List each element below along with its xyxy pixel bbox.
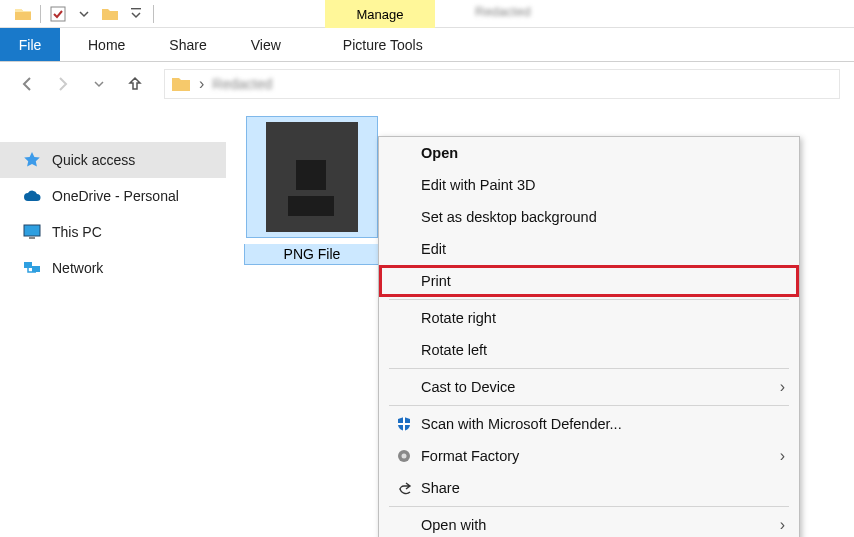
separator (40, 5, 41, 23)
network-icon (22, 259, 42, 277)
forward-button[interactable] (50, 71, 76, 97)
sidebar-item-label: Network (52, 260, 103, 276)
file-item[interactable]: PNG File (244, 116, 380, 265)
shield-icon (393, 416, 415, 432)
menu-item-open-with[interactable]: Open with › (379, 509, 799, 537)
svg-rect-5 (32, 266, 40, 272)
dropdown-icon[interactable] (75, 5, 93, 23)
sidebar-item-label: OneDrive - Personal (52, 188, 179, 204)
titlebar: Manage Redacted (0, 0, 854, 28)
properties-check-icon[interactable] (49, 5, 67, 23)
recent-dropdown-icon[interactable] (86, 71, 112, 97)
file-thumbnail[interactable] (246, 116, 378, 238)
file-name-label[interactable]: PNG File (244, 244, 380, 265)
tab-share[interactable]: Share (153, 28, 222, 61)
separator (389, 506, 789, 507)
tab-view[interactable]: View (235, 28, 297, 61)
navigation-pane: Quick access OneDrive - Personal This PC… (0, 106, 226, 537)
svg-rect-0 (51, 7, 65, 21)
quick-access-toolbar (0, 5, 154, 23)
menu-item-rotate-left[interactable]: Rotate left (379, 334, 799, 366)
separator (389, 299, 789, 300)
menu-item-edit[interactable]: Edit (379, 233, 799, 265)
gear-icon (393, 448, 415, 464)
chevron-right-icon: › (780, 378, 785, 396)
menu-item-edit-paint3d[interactable]: Edit with Paint 3D (379, 169, 799, 201)
svg-rect-3 (29, 237, 35, 239)
tab-picture-tools[interactable]: Picture Tools (327, 28, 439, 61)
context-menu: Open Edit with Paint 3D Set as desktop b… (378, 136, 800, 537)
svg-rect-1 (131, 8, 141, 9)
folder-icon (101, 5, 119, 23)
up-button[interactable] (122, 71, 148, 97)
menu-item-rotate-right[interactable]: Rotate right (379, 302, 799, 334)
tab-home[interactable]: Home (72, 28, 141, 61)
menu-item-cast[interactable]: Cast to Device › (379, 371, 799, 403)
tab-file[interactable]: File (0, 28, 60, 61)
chevron-right-icon: › (780, 516, 785, 534)
menu-item-format-factory[interactable]: Format Factory › (379, 440, 799, 472)
qat-menu-icon[interactable] (127, 5, 145, 23)
navigation-bar: › Redacted (0, 62, 854, 106)
cloud-icon (22, 187, 42, 205)
image-thumbnail (266, 122, 358, 232)
separator (389, 368, 789, 369)
folder-icon (14, 5, 32, 23)
chevron-right-icon: › (780, 447, 785, 465)
manage-label: Manage (357, 7, 404, 22)
star-icon (22, 151, 42, 169)
folder-icon (171, 75, 191, 93)
sidebar-item-quick-access[interactable]: Quick access (0, 142, 226, 178)
svg-point-9 (402, 454, 407, 459)
separator (389, 405, 789, 406)
menu-item-set-background[interactable]: Set as desktop background (379, 201, 799, 233)
menu-item-open[interactable]: Open (379, 137, 799, 169)
breadcrumb-folder[interactable]: Redacted (212, 76, 272, 92)
menu-item-share[interactable]: Share (379, 472, 799, 504)
breadcrumb-separator: › (199, 75, 204, 93)
manage-tab[interactable]: Manage (325, 0, 435, 28)
sidebar-item-label: Quick access (52, 152, 135, 168)
ribbon-tabs: File Home Share View Picture Tools (0, 28, 854, 62)
sidebar-item-onedrive[interactable]: OneDrive - Personal (0, 178, 226, 214)
menu-item-print[interactable]: Print (379, 265, 799, 297)
sidebar-item-this-pc[interactable]: This PC (0, 214, 226, 250)
share-icon (393, 480, 415, 496)
sidebar-item-network[interactable]: Network (0, 250, 226, 286)
sidebar-item-label: This PC (52, 224, 102, 240)
menu-item-defender[interactable]: Scan with Microsoft Defender... (379, 408, 799, 440)
svg-rect-2 (24, 225, 40, 236)
svg-rect-7 (398, 423, 410, 425)
address-bar[interactable]: › Redacted (164, 69, 840, 99)
back-button[interactable] (14, 71, 40, 97)
svg-rect-4 (24, 262, 32, 268)
window-title: Redacted (475, 4, 531, 19)
separator (153, 5, 154, 23)
monitor-icon (22, 223, 42, 241)
